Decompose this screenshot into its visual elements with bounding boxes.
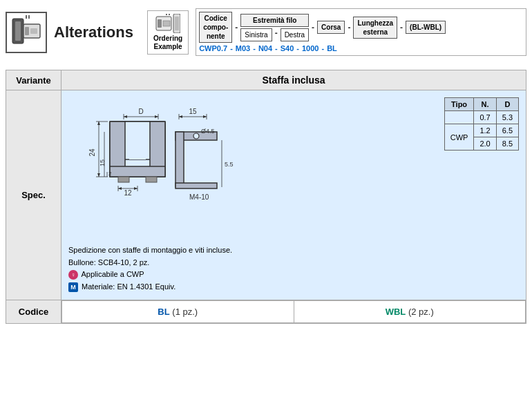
svg-rect-54 [175, 183, 217, 188]
spec-content: D 15 [61, 90, 526, 300]
dash-3: - [348, 23, 350, 32]
svg-text:12: 12 [124, 189, 132, 197]
schema-lunghezza-box: Lunghezzaesterna [353, 17, 397, 39]
bl-code: BL [158, 307, 169, 317]
val-lunghezza: 1000 [302, 44, 319, 52]
info-d-1: 5.3 [496, 111, 518, 124]
note-3: ♀ Applicabile a CWP [68, 269, 519, 281]
svg-rect-13 [175, 17, 179, 30]
info-n-2: 1.2 [474, 124, 496, 137]
page-title: Alterations [54, 23, 133, 41]
dash-1: - [235, 23, 238, 32]
note-1: Spedizione con staffe di montaggio e vit… [68, 244, 519, 257]
ordering-schema: Codicecompo-nente - Estremità filo Sinis… [196, 8, 526, 56]
technical-drawing: D 15 [68, 97, 262, 235]
ordering-example-box: Ordering Example [147, 10, 189, 55]
svg-rect-9 [163, 21, 170, 26]
info-tipo-cwp: CWP [444, 124, 474, 151]
val-corsa: S40 [281, 44, 294, 52]
schema-estremi-box: Estremità filo Sinistra - Destra [240, 14, 309, 41]
schema-corsa-box: Corsa [317, 21, 345, 34]
svg-rect-31 [110, 166, 165, 177]
wbl-suffix: (2 pz.) [406, 307, 433, 317]
svg-marker-39 [97, 173, 100, 177]
info-d-3: 8.5 [496, 137, 518, 151]
info-col-tipo: Tipo [444, 98, 474, 111]
info-col-n: N. [474, 98, 496, 111]
diagram-area: D 15 [68, 97, 430, 238]
main-table: Variante Staffa inclusa Spec. D [6, 70, 526, 324]
pink-badge-icon: ♀ [68, 270, 78, 280]
svg-rect-1 [15, 21, 21, 41]
svg-rect-4 [30, 28, 37, 34]
col-staffa-header: Staffa inclusa [61, 70, 526, 90]
svg-rect-8 [158, 19, 162, 28]
svg-text:24: 24 [88, 148, 96, 157]
svg-rect-33 [146, 177, 157, 182]
info-d-2: 6.5 [496, 124, 518, 137]
svg-point-52 [193, 133, 199, 139]
svg-text:D: D [138, 108, 143, 115]
spec-inner: D 15 [68, 97, 519, 238]
logo-box [6, 12, 47, 53]
schema-codice-box: Codicecompo-nente [199, 12, 232, 43]
note-4: M Materiale: EN 1.4301 Equiv. [68, 281, 519, 293]
wbl-code: WBL [386, 307, 406, 317]
svg-text:15: 15 [99, 159, 106, 166]
svg-marker-49 [134, 187, 137, 190]
schema-sinistra-box: Sinistra [240, 28, 272, 41]
svg-marker-48 [118, 187, 122, 190]
note-2: Bullone: SCB4-10, 2 pz. [68, 257, 519, 269]
svg-marker-19 [155, 115, 158, 118]
svg-marker-38 [97, 122, 100, 125]
svg-marker-24 [179, 115, 182, 118]
info-n-3: 2.0 [474, 137, 496, 151]
svg-text:Ø4.5: Ø4.5 [201, 128, 215, 135]
schema-blwbl-box: (BL-WBL) [406, 21, 446, 34]
svg-text:M4-10: M4-10 [189, 193, 209, 201]
header-section: Alterations Ordering Example Codicecompo… [6, 6, 526, 59]
bl-suffix: (1 pz.) [170, 307, 198, 317]
m-badge-icon: M [68, 282, 78, 292]
product-logo-icon [10, 14, 43, 50]
spec-row: Spec. D [6, 90, 526, 300]
val-sinistra: M03 [236, 44, 250, 52]
svg-rect-3 [25, 27, 29, 35]
svg-text:15: 15 [189, 108, 197, 115]
val-blwbl: BL [327, 44, 337, 52]
svg-rect-51 [175, 132, 184, 187]
ordering-label: Ordering Example [153, 35, 182, 51]
dash-2: - [312, 23, 314, 32]
svg-marker-25 [203, 115, 207, 118]
col-variante-header: Variante [6, 70, 61, 90]
val-codice: CWP0.7 [199, 44, 227, 52]
codice-inner-table: BL (1 pz.) WBL (2 pz.) [61, 300, 526, 323]
info-tipo-1 [444, 111, 474, 124]
schema-destra-box: Destra [281, 28, 309, 41]
table-row: 0.7 5.3 [444, 111, 518, 124]
spec-info-table: Tipo N. D 0.7 5.3 [444, 97, 519, 151]
svg-text:5.5: 5.5 [225, 161, 234, 168]
val-destra: N04 [258, 44, 272, 52]
codice-values-cell: BL (1 pz.) WBL (2 pz.) [61, 300, 526, 324]
spec-label: Spec. [6, 90, 61, 300]
svg-rect-28 [129, 126, 146, 159]
codice-row: Codice BL (1 pz.) WBL (2 pz.) [6, 300, 526, 324]
codice-bl: BL (1 pz.) [62, 301, 294, 323]
ordering-icon [155, 14, 180, 33]
table-row: CWP 1.2 6.5 [444, 124, 518, 137]
svg-text:2: 2 [108, 171, 112, 177]
info-table-area: Tipo N. D 0.7 5.3 [444, 97, 519, 151]
codice-label: Codice [6, 300, 61, 324]
table-row: BL (1 pz.) WBL (2 pz.) [62, 301, 526, 323]
info-n-1: 0.7 [474, 111, 496, 124]
svg-marker-18 [124, 115, 127, 118]
codice-wbl: WBL (2 pz.) [294, 301, 526, 323]
dash-4: - [400, 23, 403, 32]
svg-rect-32 [118, 177, 129, 182]
notes-section: Spedizione con staffe di montaggio e vit… [68, 244, 519, 293]
info-col-d: D [496, 98, 518, 111]
